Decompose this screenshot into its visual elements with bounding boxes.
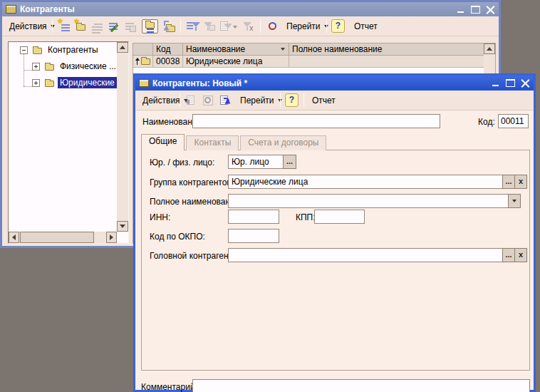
groups-tree-panel: Контрагенты Физические ... Юридические .… (8, 41, 129, 244)
edit-item-icon[interactable] (107, 19, 122, 33)
table-header-name-label: Наименование (186, 44, 245, 54)
main-window-titlebar[interactable]: Контрагенты (2, 2, 499, 16)
reread-icon-disabled[interactable] (201, 93, 216, 108)
dialog-goto-menu-button[interactable]: Перейти (237, 93, 286, 108)
full-name-dropdown-button[interactable] (508, 194, 521, 208)
report-button-label: Отчет (354, 21, 378, 31)
folder-icon (33, 48, 42, 54)
scroll-right-icon[interactable] (106, 232, 117, 243)
clear-filter-icon-disabled[interactable]: x (242, 19, 256, 33)
filter-settings-icon-disabled[interactable] (202, 19, 217, 33)
dialog-titlebar[interactable]: Контрагенты: Новый * (135, 76, 534, 91)
entity-type-select-button[interactable]: ... (283, 155, 296, 169)
filter-by-value-icon-disabled[interactable] (218, 19, 239, 33)
entity-type-input[interactable] (228, 155, 284, 169)
tree-expand-box[interactable] (32, 79, 40, 87)
counterparty-new-dialog: Контрагенты: Новый * Действия Перейти ? … (133, 73, 536, 392)
table-row-marker (133, 56, 153, 68)
minimize-icon[interactable] (491, 79, 500, 87)
scroll-left-icon[interactable] (9, 232, 19, 243)
comment-input[interactable] (192, 379, 530, 392)
tab-general[interactable]: Общие (141, 134, 185, 150)
close-icon[interactable] (521, 79, 530, 87)
main-window-title: Контрагенты (20, 4, 75, 14)
help-button[interactable]: ? (331, 19, 345, 33)
new-group-icon[interactable]: ★ (74, 19, 89, 33)
close-icon[interactable] (486, 6, 495, 14)
code-field-label: Код: (478, 117, 495, 127)
scroll-down-icon[interactable] (117, 221, 128, 232)
tree-item-individuals[interactable]: Физические ... (58, 61, 118, 72)
group-field-label: Группа контрагентов: (150, 177, 234, 187)
group-input[interactable] (228, 175, 503, 189)
dialog-goto-label: Перейти (240, 96, 274, 105)
delete-item-icon-disabled[interactable] (123, 19, 138, 33)
folder-icon (45, 64, 54, 71)
folder-icon (45, 81, 54, 87)
minimize-icon[interactable] (456, 6, 465, 14)
maximize-icon[interactable] (471, 6, 480, 14)
inn-input[interactable] (228, 210, 279, 224)
table-cell-code[interactable]: 00038 (153, 56, 183, 68)
dialog-actions-label: Действия (142, 96, 180, 105)
tree-vertical-scrollbar[interactable] (117, 42, 128, 232)
kpp-label: КПП: (296, 212, 316, 222)
table-cell-fullname[interactable] (289, 56, 484, 68)
tree-item-legal-entities[interactable]: Юридические ... (58, 77, 126, 88)
tab-strip: Общие Контакты Счета и договоры (141, 135, 328, 150)
write-close-icon-disabled[interactable] (184, 93, 199, 108)
table-cell-name[interactable]: Юридические лица (183, 56, 289, 68)
report-button[interactable]: Отчет (350, 19, 382, 33)
tree-item-counterparties[interactable]: Контрагенты (46, 44, 100, 56)
table-header-code[interactable]: Код (153, 43, 183, 56)
new-item-icon[interactable]: ★ (58, 19, 73, 33)
tree-expand-box[interactable] (32, 63, 40, 71)
table-header-fullname[interactable]: Полное наименование (289, 43, 484, 56)
tree-horizontal-scrollbar[interactable] (9, 232, 117, 243)
group-clear-button[interactable]: x (514, 175, 527, 189)
head-counterparty-label: Головной контрагент: (150, 251, 234, 261)
comment-label: Комментарий: (141, 382, 197, 392)
head-counterparty-input[interactable] (228, 248, 503, 262)
maximize-icon[interactable] (506, 79, 515, 87)
dialog-help-button[interactable]: ? (285, 93, 298, 107)
scroll-thumb[interactable] (20, 232, 94, 243)
card-file-icon (6, 5, 16, 14)
filter-sort-icon[interactable] (185, 19, 200, 33)
tab-accounts-contracts[interactable]: Счета и договоры (240, 135, 326, 150)
actions-menu-label: Действия (9, 21, 47, 31)
move-to-group-icon[interactable] (162, 19, 177, 33)
add-copy-icon-disabled[interactable] (90, 19, 105, 33)
scroll-up-icon[interactable] (484, 43, 495, 54)
full-name-input[interactable] (228, 194, 509, 208)
main-toolbar: Действия ★ ★ x Перейти ? Отчет (2, 16, 499, 36)
actions-menu-button[interactable]: Действия (6, 19, 58, 33)
dialog-report-button[interactable]: Отчет (308, 93, 340, 108)
write-record-icon[interactable] (218, 93, 233, 108)
entity-type-label: Юр. / физ. лицо: (150, 158, 214, 167)
goto-menu-button[interactable]: Перейти (283, 19, 332, 33)
table-header-name[interactable]: Наименование (183, 43, 289, 56)
head-clear-button[interactable]: x (514, 248, 527, 262)
scroll-up-icon[interactable] (117, 42, 128, 53)
goto-menu-label: Перейти (286, 21, 321, 31)
tree-collapse-box[interactable] (20, 46, 28, 54)
inn-label: ИНН: (150, 212, 170, 222)
dialog-toolbar: Действия Перейти ? Отчет (135, 91, 534, 110)
okpo-input[interactable] (228, 229, 279, 243)
dialog-title: Контрагенты: Новый * (152, 78, 247, 88)
record-folder-icon (139, 79, 149, 87)
group-select-button[interactable]: ... (502, 175, 515, 189)
refresh-icon[interactable] (266, 19, 281, 33)
okpo-label: Код по ОКПО: (150, 232, 205, 242)
name-input[interactable] (192, 114, 440, 128)
code-input[interactable] (498, 114, 529, 128)
kpp-input[interactable] (314, 210, 365, 224)
sort-arrow-icon[interactable] (281, 48, 285, 51)
dialog-report-label: Отчет (312, 96, 336, 105)
desktop: Контрагенты Действия ★ ★ x (0, 0, 540, 392)
hierarchy-view-icon[interactable] (142, 19, 158, 33)
tab-contacts[interactable]: Контакты (186, 135, 239, 150)
head-select-button[interactable]: ... (502, 248, 515, 262)
table-header-marker (133, 43, 153, 56)
